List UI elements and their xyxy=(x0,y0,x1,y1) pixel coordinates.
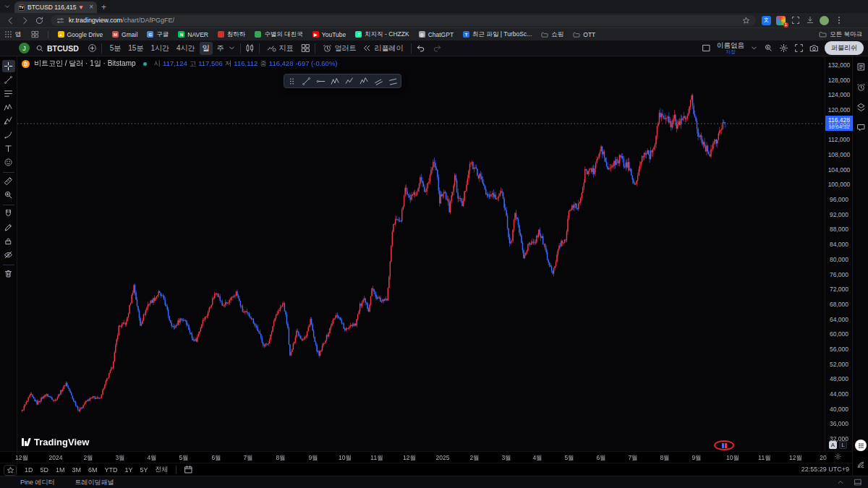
range-button[interactable]: 6M xyxy=(88,466,98,474)
bookmark-item[interactable]: OTT xyxy=(573,30,595,39)
trading-panel-tab[interactable]: 트레이딩패널 xyxy=(75,478,114,487)
panel-toggle-icon[interactable] xyxy=(854,478,862,487)
trendline-icon[interactable] xyxy=(2,74,15,86)
save-link[interactable]: 저장 xyxy=(726,49,736,54)
quick-search-icon[interactable] xyxy=(764,43,773,53)
red-ellipse-annotation[interactable] xyxy=(714,440,734,450)
horizontal-ray-icon[interactable] xyxy=(316,77,326,86)
price-axis[interactable]: 116,428 10:04:32 132,000128,000124,00012… xyxy=(825,56,852,451)
range-button[interactable]: 5Y xyxy=(140,466,148,474)
timeframe-button[interactable]: 5분 xyxy=(107,42,124,55)
bookmark-item[interactable]: 쇼핑 xyxy=(541,30,563,39)
browser-tab[interactable]: TV BTCUSD 116,415 ▼ -0.61% × xyxy=(14,1,97,13)
range-button[interactable]: 전체 xyxy=(156,465,169,474)
time-axis[interactable]: 12월20242월3월4월5월6월7월8월9월10월11월12월20252월3월… xyxy=(0,451,852,463)
range-button[interactable]: YTD xyxy=(105,466,118,474)
bookmark-item[interactable]: G구글 xyxy=(147,30,169,39)
emoji-icon[interactable] xyxy=(2,156,15,168)
indicators-button[interactable]: 지표 xyxy=(264,42,297,55)
disjoint-channel-icon[interactable] xyxy=(388,77,398,86)
magnet-icon[interactable] xyxy=(2,207,15,220)
range-button[interactable]: 1M xyxy=(56,466,65,474)
timeframe-chevron-icon[interactable] xyxy=(228,44,236,52)
drag-icon[interactable] xyxy=(287,77,297,86)
floating-drawing-toolbar[interactable] xyxy=(284,74,401,88)
capture-extension-icon[interactable] xyxy=(791,16,800,25)
chrome-menu-kebab-icon[interactable] xyxy=(834,16,843,25)
fib-icon[interactable] xyxy=(2,87,15,100)
trendline-icon[interactable] xyxy=(302,77,311,86)
alert-button[interactable]: 얼러트 xyxy=(320,42,359,55)
brush-icon[interactable] xyxy=(2,129,15,141)
snapshot-camera-icon[interactable] xyxy=(809,43,819,53)
parallel-channel-icon[interactable] xyxy=(374,77,383,86)
bookmark-star-icon[interactable] xyxy=(742,17,750,25)
xabcd-icon[interactable] xyxy=(2,101,15,114)
collapse-chevron-up-icon[interactable] xyxy=(836,478,845,487)
bookmark-item[interactable]: ▶YouTube xyxy=(312,30,346,39)
tradingview-logo[interactable]: TradingView xyxy=(22,437,89,448)
undo-icon[interactable] xyxy=(416,43,425,53)
chart-style-candles-icon[interactable] xyxy=(245,43,255,53)
zigzag-icon[interactable] xyxy=(345,77,354,86)
new-tab-button[interactable]: + xyxy=(101,2,106,12)
symbol-search-icon[interactable] xyxy=(35,44,44,53)
xabcd-icon[interactable] xyxy=(331,77,340,86)
bookmark-item[interactable]: T최근 파일 | TurboSc... xyxy=(463,30,532,39)
bookmark-item[interactable]: NNAVER xyxy=(178,30,208,39)
go-to-date-calendar-icon[interactable] xyxy=(184,465,193,474)
timeframe-button[interactable]: 1시간 xyxy=(148,42,172,55)
projection-icon[interactable] xyxy=(2,115,15,127)
signal-icon[interactable] xyxy=(855,458,867,470)
back-icon[interactable] xyxy=(3,16,17,25)
settings-gear-icon[interactable] xyxy=(779,43,788,53)
timeframe-button[interactable]: 4시간 xyxy=(174,42,198,55)
address-input[interactable]: kr.tradingview.com/chart/DAfPGgFE/ xyxy=(51,15,756,26)
range-button[interactable]: 1D xyxy=(25,466,33,474)
timeframe-button[interactable]: 일 xyxy=(200,42,213,55)
bookmark-item[interactable]: MGmail xyxy=(112,30,137,39)
text-icon[interactable] xyxy=(2,142,15,155)
range-button[interactable]: 3M xyxy=(72,466,82,474)
layout-name-button[interactable]: 이름없음 저장 xyxy=(717,42,744,55)
pencil-icon[interactable] xyxy=(2,221,15,234)
chat-icon[interactable] xyxy=(855,121,867,133)
candlestick-chart[interactable] xyxy=(17,56,825,451)
site-settings-icon[interactable] xyxy=(56,17,64,25)
timeframe-button[interactable]: 15분 xyxy=(125,42,146,55)
clock-utc[interactable]: 22:55:29 UTC+9 xyxy=(801,466,849,473)
all-bookmarks-button[interactable]: 모든 북마크 xyxy=(819,30,862,39)
log-scale-toggle[interactable]: L xyxy=(839,441,847,449)
range-button[interactable]: 5D xyxy=(41,466,49,474)
publish-button[interactable]: 퍼블리쉬 xyxy=(825,41,864,55)
pine-editor-tab[interactable]: Pine 에디터 xyxy=(20,478,55,487)
tab-search-chevron-icon[interactable] xyxy=(2,1,12,12)
tv-user-avatar[interactable]: J xyxy=(19,43,30,53)
forward-icon[interactable] xyxy=(17,16,32,25)
redo-icon[interactable] xyxy=(433,43,442,53)
bookmark-item[interactable]: ▲Google Drive xyxy=(58,30,103,39)
replay-button[interactable]: 리플레이 xyxy=(359,42,407,55)
layers-icon[interactable] xyxy=(855,101,867,113)
eye-off-icon[interactable] xyxy=(2,249,15,261)
auto-scale-toggle[interactable]: A xyxy=(829,441,837,449)
fullscreen-icon[interactable] xyxy=(794,43,804,53)
timeframe-button[interactable]: 주 xyxy=(214,42,227,55)
chart-legend[interactable]: ₿ 비트코인 / 달러 · 1일 · Bitstamp 시117,124 고11… xyxy=(22,59,338,69)
ruler-icon[interactable] xyxy=(2,175,15,187)
alert-clock-icon[interactable] xyxy=(855,81,867,93)
chrome-profile-avatar[interactable] xyxy=(820,16,829,25)
trash-icon[interactable] xyxy=(2,267,15,280)
layout-select-icon[interactable] xyxy=(702,43,711,53)
download-icon[interactable] xyxy=(805,16,814,25)
tab-close-icon[interactable]: × xyxy=(89,4,93,11)
extension-icon[interactable]: 1 xyxy=(776,16,786,25)
zoom-icon[interactable] xyxy=(2,189,15,201)
bookmark-item[interactable]: 침하하 xyxy=(218,30,246,39)
refresh-icon[interactable] xyxy=(32,16,46,25)
compare-add-icon[interactable] xyxy=(88,43,97,53)
layout-grid-icon[interactable] xyxy=(301,43,310,53)
layout-chevron-icon[interactable] xyxy=(750,44,758,52)
tab-groups-icon[interactable] xyxy=(31,30,39,38)
lock-icon[interactable] xyxy=(2,235,15,247)
